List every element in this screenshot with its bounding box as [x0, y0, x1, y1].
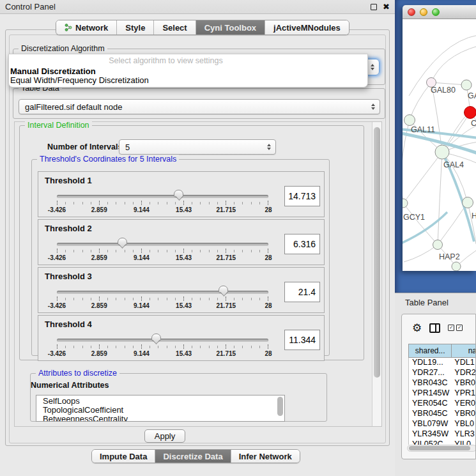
- table-row[interactable]: YIL052CYIL0: [409, 440, 476, 445]
- algorithm-placeholder-option[interactable]: Select algorithm to view settings: [9, 56, 367, 65]
- table-row[interactable]: YBL079WYBL0: [409, 419, 476, 429]
- slider-track[interactable]: [57, 243, 268, 246]
- tab-label: Style: [125, 23, 145, 33]
- table-row[interactable]: YLR345WYLR3: [409, 429, 476, 440]
- table-cell[interactable]: YER054C: [409, 399, 452, 409]
- checkbox-icon[interactable]: ✓: [456, 325, 463, 331]
- tick-label: 2.859: [91, 350, 107, 357]
- threshold-slider[interactable]: -3.4262.8599.14415.4321.71528: [57, 239, 268, 265]
- tab-label: Select: [162, 23, 187, 33]
- table-cell[interactable]: YIL052C: [409, 440, 452, 445]
- horizontal-scrollbar-thumb[interactable]: [409, 446, 470, 450]
- table-cell[interactable]: YBR0: [452, 409, 476, 419]
- attribute-list-item[interactable]: BetweennessCentrality: [43, 415, 284, 422]
- close-icon[interactable]: ✖: [383, 4, 390, 10]
- algorithm-option-manual[interactable]: Manual Discretization: [10, 66, 96, 76]
- tab-infer-network[interactable]: Infer Network: [231, 450, 300, 463]
- node-gal4: [435, 145, 449, 159]
- threshold-slider[interactable]: -3.4262.8599.14415.4321.71528: [57, 287, 268, 312]
- tab-impute-data[interactable]: Impute Data: [92, 450, 155, 463]
- table-cell[interactable]: YBL079W: [409, 419, 452, 429]
- combo-arrows-icon: [371, 64, 374, 70]
- node-label-h: H: [472, 211, 476, 220]
- table-row[interactable]: YER054CYER0: [409, 399, 476, 409]
- node-label-gal11: GAL11: [411, 125, 435, 134]
- close-traffic-light-icon[interactable]: [408, 8, 415, 16]
- tab-jactivemnodules[interactable]: jActiveMNodules: [265, 20, 349, 35]
- table-row[interactable]: YPR145WYPR1: [409, 388, 476, 399]
- table-cell[interactable]: YDL1: [452, 358, 476, 368]
- threshold-row: Threshold 4 -3.4262.8599.14415.4321.7152…: [38, 315, 325, 361]
- float-window-icon[interactable]: [371, 4, 377, 10]
- threshold-value-box[interactable]: 11.344: [284, 330, 320, 350]
- slider-thumb[interactable]: [151, 334, 161, 341]
- table-cell[interactable]: YLR345W: [409, 429, 452, 440]
- tick-label: -3.426: [48, 254, 66, 261]
- tab-discretize-data[interactable]: Discretize Data: [155, 450, 230, 463]
- tick-label: -3.426: [48, 302, 66, 309]
- threshold-value-box[interactable]: 14.713: [284, 186, 320, 206]
- table-cell[interactable]: YBL0: [452, 419, 476, 429]
- horizontal-scrollbar[interactable]: [407, 445, 476, 452]
- threshold-row: Threshold 3 -3.4262.8599.14415.4321.7152…: [38, 267, 325, 313]
- table-panel-toolbar: ⚙ ✓ ✓: [402, 319, 475, 336]
- tab-select[interactable]: Select: [153, 20, 195, 35]
- tick-label: 15.43: [176, 206, 192, 213]
- table-panel-title: Table Panel: [405, 298, 449, 307]
- table-cell[interactable]: YPR1: [452, 388, 476, 399]
- apply-button[interactable]: Apply: [144, 429, 185, 443]
- threshold-value-box[interactable]: 6.316: [284, 234, 320, 254]
- attributes-list-scrollbar-thumb[interactable]: [277, 397, 283, 416]
- vertical-scrollbar-thumb[interactable]: [374, 127, 380, 378]
- split-view-icon[interactable]: [429, 323, 440, 333]
- tab-cyni-toolbox[interactable]: Cyni Toolbox: [196, 20, 265, 35]
- table-cell[interactable]: YER0: [452, 399, 476, 409]
- slider-track[interactable]: [57, 291, 268, 294]
- table-cell[interactable]: YPR145W: [409, 388, 452, 399]
- column-header-shared-name[interactable]: shared...: [409, 344, 452, 357]
- table-cell[interactable]: YBR043C: [409, 378, 452, 388]
- table-cell[interactable]: YDL19...: [409, 358, 452, 368]
- table-cell[interactable]: YDR27...: [409, 368, 452, 378]
- slider-track[interactable]: [57, 195, 268, 198]
- table-data-combobox[interactable]: galFiltered.sif default node: [19, 99, 380, 114]
- threshold-slider[interactable]: -3.4262.8599.14415.4321.71528: [57, 191, 268, 217]
- number-of-intervals-combobox[interactable]: 5: [119, 139, 276, 155]
- algorithm-option-equal-width[interactable]: Equal Width/Frequency Discretization: [10, 75, 149, 85]
- table-row[interactable]: YDR27...YDR2: [409, 368, 476, 378]
- slider-thumb[interactable]: [219, 286, 228, 293]
- attribute-list-item[interactable]: TopologicalCoefficient: [43, 406, 284, 415]
- combo-arrows-icon: [267, 144, 271, 150]
- node-gcy1: [403, 199, 408, 208]
- tick-label: 21.715: [217, 350, 236, 357]
- tick-label: -3.426: [48, 350, 66, 357]
- table-cell[interactable]: YDR2: [452, 368, 476, 378]
- table-row[interactable]: YBR043CYBR0: [409, 378, 476, 388]
- table-row[interactable]: YDL19...YDL1: [409, 358, 476, 368]
- table-row[interactable]: YBR045CYBR0: [409, 409, 476, 419]
- minimize-traffic-light-icon[interactable]: [420, 8, 427, 16]
- table-cell[interactable]: YIL0: [452, 440, 476, 445]
- tab-network[interactable]: Network: [56, 20, 116, 35]
- vertical-scrollbar[interactable]: [372, 122, 381, 426]
- gear-icon[interactable]: ⚙: [412, 323, 422, 334]
- threshold-value-box[interactable]: 21.4: [284, 282, 320, 302]
- table-cell[interactable]: YBR0: [452, 378, 476, 388]
- numerical-attributes-list[interactable]: SelfLoopsTopologicalCoefficientBetweenne…: [36, 395, 285, 422]
- table-cell[interactable]: YLR3: [452, 429, 476, 440]
- slider-track[interactable]: [57, 339, 268, 342]
- column-header-name[interactable]: na: [452, 344, 476, 357]
- tick-label: 21.715: [217, 302, 236, 309]
- threshold-title: Threshold 3: [45, 272, 92, 281]
- slider-thumb[interactable]: [118, 238, 127, 245]
- table-cell[interactable]: YBR045C: [409, 409, 452, 419]
- threshold-slider[interactable]: -3.4262.8599.14415.4321.71528: [57, 335, 268, 360]
- zoom-traffic-light-icon[interactable]: [432, 8, 440, 16]
- network-canvas[interactable]: GAL80 GA GAL11 C GAL4 GCY1 H HAP2: [403, 19, 476, 271]
- slider-thumb[interactable]: [174, 190, 183, 197]
- attribute-list-item[interactable]: SelfLoops: [43, 397, 284, 406]
- combo-arrows-icon: [371, 104, 375, 110]
- checkbox-icon[interactable]: ✓: [448, 325, 454, 331]
- tab-style[interactable]: Style: [116, 20, 153, 35]
- slider-ticks-minor: [57, 250, 269, 252]
